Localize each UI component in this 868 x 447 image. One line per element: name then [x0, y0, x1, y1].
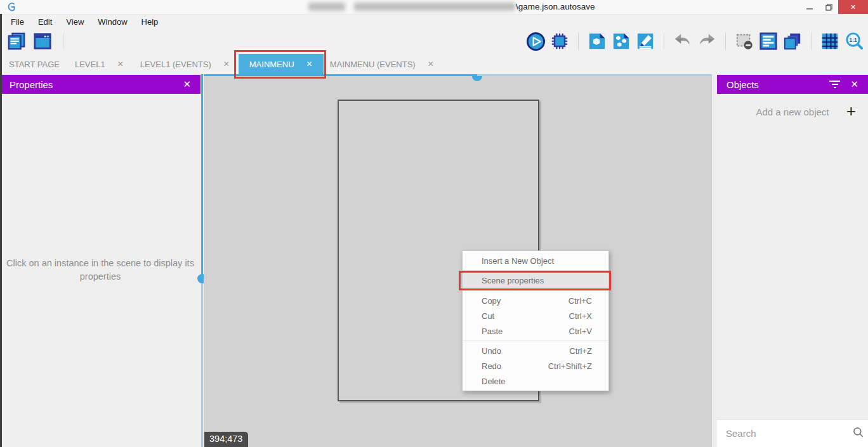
objects-panel: Objects ✕ Add a new object +	[717, 74, 868, 447]
context-menu-item-scene-properties[interactable]: Scene properties	[463, 273, 608, 288]
window-controls: ✕	[800, 0, 868, 14]
properties-panel-title: Properties	[10, 79, 53, 90]
minimize-button[interactable]	[800, 0, 819, 14]
tab-label: MAINMENU	[249, 60, 294, 69]
properties-empty-message: Click on an instance in the scene to dis…	[6, 257, 194, 283]
tab-label: MAINMENU (EVENTS)	[330, 60, 416, 69]
objects-panel-title: Objects	[727, 79, 759, 90]
title-bar: \game.json.autosave ✕	[0, 0, 868, 14]
editor-tab-bar: START PAGE LEVEL1 ✕ LEVEL1 (EVENTS) ✕ MA…	[0, 54, 868, 74]
close-tab-icon[interactable]: ✕	[223, 60, 230, 68]
edit-instances-icon[interactable]	[611, 31, 631, 51]
close-panel-icon[interactable]: ✕	[183, 79, 191, 90]
layers-icon[interactable]	[782, 31, 803, 51]
redo-icon[interactable]	[697, 31, 717, 51]
play-icon[interactable]	[525, 31, 546, 51]
window-title: \game.json.autosave	[516, 2, 595, 11]
restore-button[interactable]	[819, 0, 838, 14]
objects-list-icon[interactable]	[758, 31, 779, 51]
canvas-top-divider[interactable]	[204, 74, 477, 76]
context-menu-item-undo[interactable]: Undo Ctrl+Z	[463, 343, 608, 358]
close-panel-icon[interactable]: ✕	[850, 79, 858, 90]
canvas-top-divider[interactable]	[477, 74, 712, 76]
tab-label: START PAGE	[9, 60, 60, 69]
restore-icon	[825, 4, 832, 11]
mask-icon[interactable]	[734, 31, 754, 51]
context-menu: Insert a New Object Scene properties Cop…	[462, 250, 609, 391]
tab-level1[interactable]: LEVEL1 ✕	[75, 54, 124, 74]
grid-icon[interactable]	[820, 31, 840, 51]
menu-file[interactable]: File	[4, 17, 31, 27]
redacted-path-segment	[308, 3, 345, 11]
cursor-coordinates: 394;473	[204, 432, 248, 447]
menu-bar: File Edit View Window Help	[0, 14, 868, 29]
close-tab-icon[interactable]: ✕	[428, 60, 434, 68]
canvas-top-handle[interactable]	[472, 76, 482, 81]
debug-icon[interactable]	[549, 31, 570, 51]
tab-start-page[interactable]: START PAGE	[9, 54, 60, 74]
close-icon: ✕	[850, 3, 856, 11]
svg-text:1:1: 1:1	[849, 37, 857, 42]
menu-view[interactable]: View	[59, 17, 91, 27]
filter-icon[interactable]	[829, 79, 840, 90]
undo-icon[interactable]	[673, 31, 693, 51]
add-object-row: Add a new object +	[717, 100, 868, 123]
properties-panel: Properties ✕ Click on an instance in the…	[0, 74, 201, 447]
add-object-button[interactable]: +	[846, 101, 856, 121]
close-button[interactable]: ✕	[838, 0, 868, 14]
objects-panel-header: Objects ✕	[717, 75, 868, 94]
window-left-edge	[0, 14, 2, 447]
menu-help[interactable]: Help	[135, 17, 166, 27]
tab-mainmenu[interactable]: MAINMENU ✕	[239, 54, 324, 74]
context-menu-separator	[463, 270, 608, 271]
gdevelop-logo-icon	[6, 2, 16, 15]
minimize-icon	[806, 4, 813, 11]
menu-edit[interactable]: Edit	[31, 17, 59, 27]
tab-mainmenu-events[interactable]: MAINMENU (EVENTS) ✕	[330, 54, 434, 74]
context-menu-item-insert-new-object[interactable]: Insert a New Object	[463, 253, 608, 268]
search-icon[interactable]	[852, 426, 865, 441]
main-area: Properties ✕ Click on an instance in the…	[0, 74, 868, 447]
context-menu-item-cut[interactable]: Cut Ctrl+X	[463, 308, 608, 323]
toolbar-divider	[811, 32, 812, 50]
context-menu-item-paste[interactable]: Paste Ctrl+V	[463, 323, 608, 339]
project-manager-icon[interactable]	[6, 31, 27, 51]
objects-search-bar	[717, 419, 868, 447]
toolbar-divider	[664, 32, 664, 50]
search-input[interactable]	[726, 428, 852, 439]
tab-label: LEVEL1 (EVENTS)	[140, 60, 211, 69]
context-menu-separator	[463, 290, 608, 291]
edit-properties-icon[interactable]	[635, 31, 655, 51]
tab-label: LEVEL1	[75, 60, 105, 69]
toolbar-divider	[578, 32, 579, 50]
toolbar-divider	[63, 32, 63, 50]
edit-scene-icon[interactable]	[587, 31, 607, 51]
scene-canvas[interactable]: 394;473 Insert a New Object Scene proper…	[204, 74, 712, 447]
close-tab-icon[interactable]: ✕	[117, 60, 124, 68]
start-page-icon[interactable]	[32, 31, 53, 51]
context-menu-separator	[463, 340, 608, 341]
redacted-path-segment	[354, 3, 515, 11]
menu-window[interactable]: Window	[91, 17, 134, 27]
properties-panel-header: Properties ✕	[0, 75, 201, 94]
toolbar: 1:1	[0, 29, 868, 54]
context-menu-item-redo[interactable]: Redo Ctrl+Shift+Z	[463, 358, 608, 373]
context-menu-item-copy[interactable]: Copy Ctrl+C	[463, 293, 608, 308]
toolbar-divider	[725, 32, 726, 50]
tab-level1-events[interactable]: LEVEL1 (EVENTS) ✕	[140, 54, 230, 74]
add-object-label: Add a new object	[756, 107, 829, 117]
context-menu-item-delete[interactable]: Delete	[463, 373, 608, 389]
zoom-1-1-icon[interactable]: 1:1	[844, 31, 864, 51]
close-tab-icon[interactable]: ✕	[306, 60, 313, 68]
